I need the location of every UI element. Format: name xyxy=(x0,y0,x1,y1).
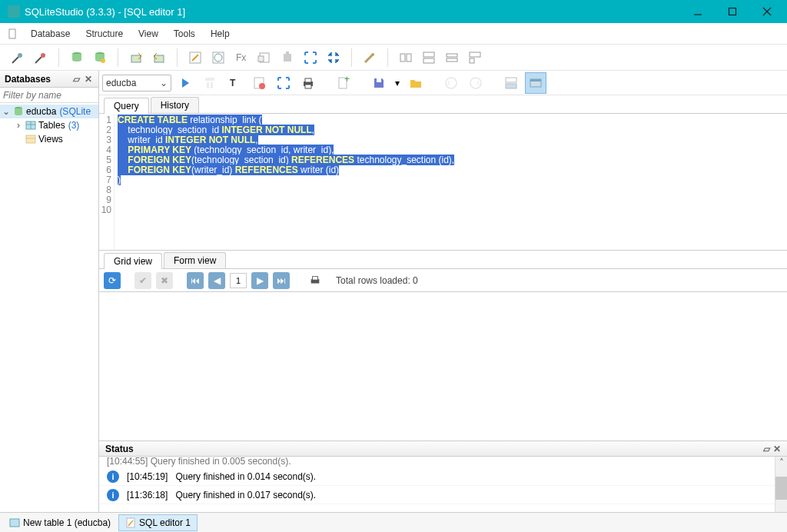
close-button[interactable] xyxy=(749,1,784,22)
svg-point-47 xyxy=(446,78,457,88)
maximize-button[interactable] xyxy=(715,1,749,22)
svg-point-6 xyxy=(41,53,45,58)
panel-close-icon[interactable]: ✕ xyxy=(83,74,94,85)
menu-view[interactable]: View xyxy=(131,25,166,42)
expand-blue2-icon[interactable] xyxy=(273,72,294,94)
scroll-thumb[interactable] xyxy=(775,477,787,500)
extension-icon[interactable] xyxy=(277,48,297,68)
minimize-button[interactable] xyxy=(680,1,715,22)
result-view-tabs: Grid view Form view xyxy=(99,251,787,269)
save-icon[interactable] xyxy=(368,72,390,94)
menu-help[interactable]: Help xyxy=(203,25,237,42)
export-icon[interactable] xyxy=(126,48,146,68)
menu-database[interactable]: Database xyxy=(23,25,78,42)
next-page-icon[interactable]: ▶ xyxy=(251,272,268,289)
tab-history[interactable]: History xyxy=(151,97,199,113)
status-close-icon[interactable]: ✕ xyxy=(773,444,781,454)
tables-count: (3) xyxy=(68,120,80,131)
sql-code[interactable]: CREATE TABLE relationship_link ( technol… xyxy=(115,114,787,250)
expand-blue-icon[interactable] xyxy=(301,48,320,68)
db-tree-row-tables[interactable]: › Tables (3) xyxy=(0,118,98,132)
connect-icon[interactable] xyxy=(8,48,28,68)
status-scrollbar[interactable]: ˄ xyxy=(775,457,787,512)
layout4-icon[interactable] xyxy=(465,48,485,68)
bottom-tab-new-table[interactable]: New table 1 (educba) xyxy=(3,515,117,530)
grid-body[interactable] xyxy=(99,292,787,441)
db-select[interactable]: educba⌄ xyxy=(102,75,171,91)
import-icon[interactable] xyxy=(149,48,169,68)
svg-text:Fx: Fx xyxy=(236,52,246,63)
collapse-blue-icon[interactable] xyxy=(324,48,344,68)
next-query-icon[interactable] xyxy=(465,72,486,94)
svg-rect-54 xyxy=(312,276,317,279)
db-select-value: educba xyxy=(106,78,136,88)
clear-history-icon[interactable] xyxy=(248,72,270,94)
sql-editor[interactable]: 12345678910 CREATE TABLE relationship_li… xyxy=(99,114,787,251)
tab-form-view[interactable]: Form view xyxy=(164,252,226,268)
results-tab-icon[interactable] xyxy=(525,72,546,94)
svg-rect-22 xyxy=(407,54,411,62)
menu-tools[interactable]: Tools xyxy=(166,25,203,42)
svg-rect-43 xyxy=(305,85,311,88)
svg-text:T: T xyxy=(230,78,236,88)
bottom-tab-sql-editor[interactable]: SQL editor 1 xyxy=(118,514,198,531)
first-page-icon[interactable]: ⏮ xyxy=(187,272,204,289)
svg-rect-17 xyxy=(258,56,264,62)
menu-structure[interactable]: Structure xyxy=(78,25,131,42)
menubar: Database Structure View Tools Help xyxy=(0,23,787,45)
svg-rect-27 xyxy=(470,52,480,57)
svg-point-48 xyxy=(470,78,481,88)
prev-query-icon[interactable] xyxy=(440,72,462,94)
status-panel: Status ▱ ✕ [10:44:55] Query finished in … xyxy=(99,441,787,512)
layout2-icon[interactable] xyxy=(419,48,439,68)
chevron-down-icon[interactable]: ⌄ xyxy=(2,107,11,116)
db-tree[interactable]: ⌄ educba (SQLite › Tables (3) Views xyxy=(0,103,98,512)
scroll-up-icon[interactable]: ˄ xyxy=(775,457,787,469)
ddl-history-icon[interactable] xyxy=(208,48,228,68)
bottom-tab-label-1: New table 1 (educba) xyxy=(23,517,111,528)
prev-page-icon[interactable]: ◀ xyxy=(208,272,225,289)
results-below-icon[interactable] xyxy=(500,72,522,94)
edit-db-icon[interactable] xyxy=(90,48,110,68)
page-number[interactable]: 1 xyxy=(230,273,247,288)
rollback-icon[interactable]: ✖ xyxy=(156,272,173,289)
sql-editor-icon[interactable] xyxy=(185,48,205,68)
views-label: Views xyxy=(38,134,63,145)
panel-float-icon[interactable]: ▱ xyxy=(71,74,81,85)
fx-icon[interactable]: Fx xyxy=(231,48,251,68)
databases-panel-header: Databases ▱ ✕ xyxy=(0,71,98,88)
explain-icon[interactable] xyxy=(199,72,221,94)
format-sql-icon[interactable]: T xyxy=(224,72,245,94)
chevron-right-icon[interactable]: › xyxy=(14,121,23,130)
db-tree-row-educba[interactable]: ⌄ educba (SQLite xyxy=(0,105,98,118)
database-icon xyxy=(12,105,25,118)
app-icon xyxy=(8,5,20,18)
last-page-icon[interactable]: ⏭ xyxy=(273,272,290,289)
svg-rect-4 xyxy=(9,29,15,38)
layout1-icon[interactable] xyxy=(396,48,416,68)
print-icon[interactable] xyxy=(297,72,319,94)
editor-toolbar: educba⌄ T + ▾ xyxy=(99,71,787,95)
tab-query[interactable]: Query xyxy=(104,98,149,114)
status-float-icon[interactable]: ▱ xyxy=(763,444,770,454)
db-tree-row-views[interactable]: Views xyxy=(0,132,98,146)
add-db-icon[interactable] xyxy=(67,48,87,68)
collate-icon[interactable] xyxy=(254,48,274,68)
disconnect-icon[interactable] xyxy=(31,48,51,68)
save-dropdown-icon[interactable]: ▾ xyxy=(393,72,402,94)
svg-rect-18 xyxy=(284,54,291,62)
layout3-icon[interactable] xyxy=(442,48,462,68)
run-icon[interactable] xyxy=(174,72,196,94)
commit-icon[interactable]: ✔ xyxy=(134,272,151,289)
refresh-icon[interactable]: ⟳ xyxy=(104,272,121,289)
tab-grid-view[interactable]: Grid view xyxy=(104,253,162,269)
db-name: educba xyxy=(26,106,56,117)
query-tabs: Query History xyxy=(99,95,787,114)
db-filter-input[interactable] xyxy=(0,88,98,103)
open-icon[interactable] xyxy=(405,72,427,94)
new-editor-icon[interactable]: + xyxy=(333,72,354,94)
print2-icon[interactable] xyxy=(307,272,324,289)
settings-icon[interactable] xyxy=(360,48,380,68)
svg-rect-36 xyxy=(207,82,209,88)
grid-toolbar: ⟳ ✔ ✖ ⏮ ◀ 1 ▶ ⏭ Total rows loaded: 0 xyxy=(99,269,787,292)
